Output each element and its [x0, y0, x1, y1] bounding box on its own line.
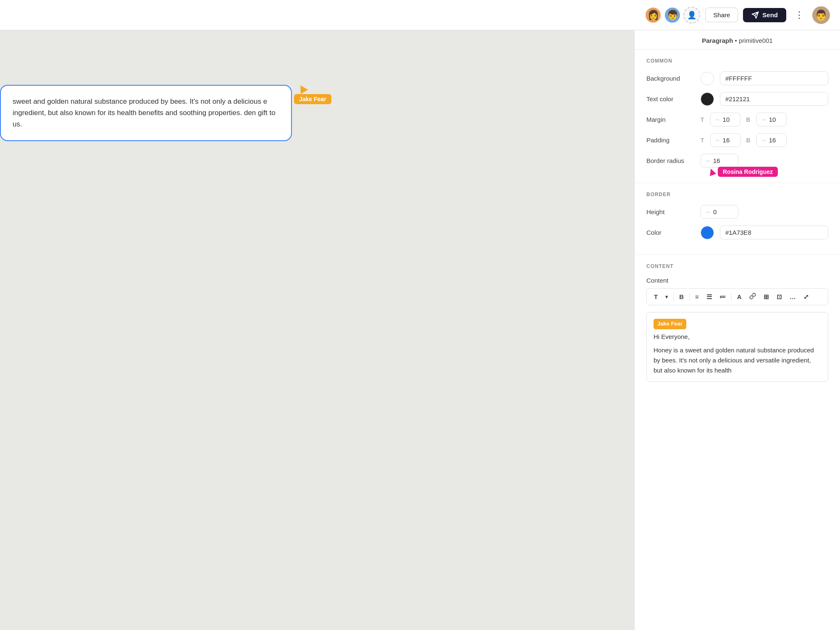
resize-icon-height: ↔ [705, 209, 711, 215]
resize-icon-padding-b: ↔ [761, 137, 766, 143]
content-editor[interactable]: Jake Fear Hi Everyone, Honey is a sweet … [646, 312, 828, 382]
height-value: 0 [713, 208, 717, 215]
toolbar-image-btn[interactable]: ⊡ [774, 291, 785, 302]
toolbar-more-btn[interactable]: … [787, 291, 799, 302]
background-color-swatch[interactable] [701, 72, 714, 85]
content-prop-label: Content [646, 277, 695, 284]
border-color-label: Color [646, 229, 695, 236]
editor-line2: Honey is a sweet and golden natural subs… [654, 345, 821, 375]
border-color-prop-row: Color [646, 226, 828, 239]
rosina-cursor: Rosina Rodriguez [709, 167, 778, 177]
margin-prop-row: Margin T ↔ 10 B ↔ 10 [646, 113, 828, 126]
jake-fear-inline-label: Jake Fear [654, 319, 686, 329]
padding-t-value: 16 [723, 136, 730, 144]
panel-title-bar: Paragraph • primitive001 [635, 30, 840, 50]
padding-b-value: 16 [769, 136, 776, 144]
rosina-cursor-label: Rosina Rodriguez [718, 167, 778, 177]
border-radius-input[interactable]: ↔ 16 [701, 154, 738, 168]
padding-t-input[interactable]: ↔ 16 [710, 133, 740, 147]
border-radius-label: Border radius [646, 157, 695, 164]
common-section-label: COMMON [646, 58, 828, 64]
selected-text-element[interactable]: sweet and golden natural substance produ… [0, 85, 292, 141]
background-prop-row: Background [646, 71, 828, 85]
jake-fear-cursor-arrow [297, 83, 308, 94]
margin-b-value: 10 [769, 116, 776, 123]
height-input[interactable]: ↔ 0 [701, 205, 738, 219]
height-prop-row: Height ↔ 0 [646, 205, 828, 219]
toolbar-font-color-btn[interactable]: A [734, 291, 745, 302]
toolbar-text-btn[interactable]: T [651, 291, 661, 302]
topbar: 👩 👦 👤 Share Send ⋮ 👨 [0, 0, 840, 30]
send-button[interactable]: Send [743, 8, 786, 22]
content-section-label: CONTENT [646, 263, 828, 269]
common-section: COMMON Background Text color Margin T ↔ … [635, 50, 840, 183]
margin-t-value: 10 [723, 116, 730, 123]
toolbar-divider-2 [689, 293, 690, 301]
jake-fear-canvas-cursor: Jake Fear [294, 85, 331, 104]
padding-t-label: T [701, 137, 704, 144]
margin-t-input[interactable]: ↔ 10 [710, 113, 740, 126]
resize-icon-padding-t: ↔ [715, 137, 720, 143]
more-options-button[interactable]: ⋮ [791, 8, 807, 22]
border-radius-value: 16 [713, 157, 720, 164]
height-label: Height [646, 208, 695, 215]
padding-b-label: B [746, 137, 751, 144]
rosina-cursor-arrow [708, 168, 717, 176]
background-label: Background [646, 75, 695, 82]
share-button[interactable]: Share [705, 8, 738, 22]
right-panel: Paragraph • primitive001 COMMON Backgrou… [634, 30, 840, 630]
margin-b-input[interactable]: ↔ 10 [756, 113, 787, 126]
text-color-prop-row: Text color [646, 92, 828, 106]
background-value-input[interactable] [720, 71, 828, 85]
add-collaborator-button[interactable]: 👤 [683, 7, 700, 24]
padding-b-input[interactable]: ↔ 16 [756, 133, 787, 147]
margin-label: Margin [646, 116, 695, 123]
toolbar-expand-btn[interactable]: ⤢ [801, 291, 812, 302]
border-color-value-input[interactable] [720, 226, 828, 239]
link-icon [749, 293, 756, 299]
toolbar-bold-btn[interactable]: B [676, 291, 687, 302]
editor-line1: Hi Everyone, [654, 332, 821, 342]
toolbar-table-btn[interactable]: ⊞ [761, 291, 772, 302]
panel-element-type: Paragraph [702, 37, 733, 44]
toolbar-link-btn[interactable] [746, 291, 759, 302]
content-toolbar: T ▾ B ≡ ☰ ≔ A ⊞ ⊡ … ⤢ [646, 288, 828, 305]
text-color-label: Text color [646, 95, 695, 102]
border-section-label: BORDER [646, 192, 828, 197]
resize-icon-margin-b: ↔ [761, 116, 766, 123]
text-color-value-input[interactable] [720, 92, 828, 106]
toolbar-ol-btn[interactable]: ≔ [717, 291, 729, 302]
collaborator-avatars: 👩 👦 👤 [645, 7, 700, 24]
padding-prop-row: Padding T ↔ 16 B ↔ 16 [646, 133, 828, 147]
resize-icon-margin-t: ↔ [715, 116, 720, 123]
canvas-text-content: sweet and golden natural substance produ… [13, 97, 276, 128]
main-layout: sweet and golden natural substance produ… [0, 30, 840, 630]
toolbar-divider-3 [731, 293, 732, 301]
border-section: BORDER Height ↔ 0 Color [635, 183, 840, 255]
border-color-swatch[interactable] [701, 226, 714, 239]
margin-t-label: T [701, 116, 704, 123]
user-avatar[interactable]: 👨 [812, 6, 830, 24]
toolbar-divider-1 [673, 293, 674, 301]
collaborator-avatar-1[interactable]: 👩 [645, 7, 662, 24]
resize-icon-border-radius: ↔ [705, 158, 711, 164]
send-icon [751, 11, 759, 19]
content-section: CONTENT Content T ▾ B ≡ ☰ ≔ A [635, 255, 840, 390]
panel-element-id: primitive001 [739, 37, 773, 44]
collaborator-avatar-2[interactable]: 👦 [664, 7, 681, 24]
toolbar-text-dropdown-btn[interactable]: ▾ [662, 292, 671, 302]
margin-b-label: B [746, 116, 751, 123]
jake-fear-inline-area: Jake Fear [654, 318, 821, 331]
toolbar-align-btn[interactable]: ≡ [692, 291, 702, 302]
text-color-swatch[interactable] [701, 92, 714, 106]
border-radius-prop-row: Border radius ↔ 16 [646, 154, 828, 168]
toolbar-ul-btn[interactable]: ☰ [704, 291, 715, 302]
canvas-area[interactable]: sweet and golden natural substance produ… [0, 30, 634, 630]
padding-label: Padding [646, 136, 695, 144]
jake-fear-cursor-label: Jake Fear [294, 94, 331, 104]
